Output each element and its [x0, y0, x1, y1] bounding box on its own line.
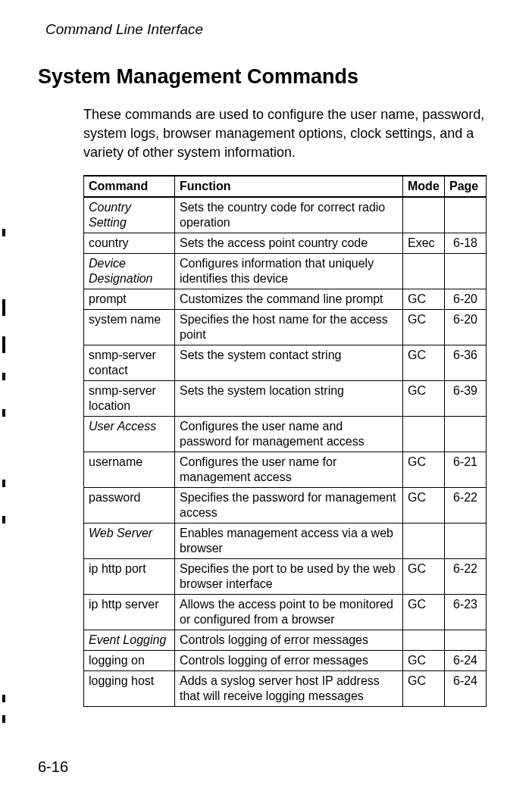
- change-bar: [2, 336, 5, 353]
- table-row: promptCustomizes the command line prompt…: [84, 289, 487, 309]
- cell-command: Device Designation: [84, 253, 175, 289]
- cell-function: Configures information that uniquely ide…: [175, 253, 403, 289]
- cell-mode: GC: [403, 345, 445, 380]
- table-row: ip http serverAllows the access point to…: [84, 594, 487, 630]
- cell-command: username: [84, 452, 175, 487]
- change-bar: [2, 299, 5, 316]
- cell-page: [445, 253, 487, 289]
- intro-paragraph: These commands are used to configure the…: [83, 105, 487, 163]
- cell-mode: GC: [403, 670, 445, 706]
- cell-page: [445, 197, 487, 233]
- cell-page: 6-36: [445, 345, 487, 380]
- table-row: countrySets the access point country cod…: [84, 233, 487, 253]
- cell-mode: GC: [403, 380, 445, 416]
- cell-mode: GC: [403, 650, 445, 670]
- change-bar: [2, 516, 5, 524]
- cell-function: Sets the country code for correct radio …: [175, 197, 403, 233]
- cell-mode: GC: [403, 289, 445, 309]
- cell-function: Adds a syslog server host IP address tha…: [175, 670, 403, 706]
- cell-mode: GC: [403, 487, 445, 523]
- cell-page: 6-22: [445, 558, 487, 594]
- cell-command: snmp-server contact: [84, 345, 175, 380]
- cell-function: Specifies the password for management ac…: [175, 487, 403, 523]
- change-bar: [2, 695, 5, 702]
- page-title: System Management Commands: [38, 65, 494, 89]
- cell-function: Controls logging of error messages: [175, 630, 403, 650]
- cell-command: password: [84, 487, 175, 523]
- cell-function: Specifies the host name for the access p…: [175, 309, 403, 345]
- cell-command: system name: [84, 309, 175, 345]
- cell-page: 6-24: [445, 650, 487, 670]
- cell-command: User Access: [84, 416, 175, 452]
- page-number: 6-16: [38, 758, 68, 776]
- cell-function: Controls logging of error messages: [175, 650, 403, 670]
- cell-mode: [403, 630, 445, 650]
- cell-command: prompt: [84, 289, 175, 309]
- cell-page: 6-23: [445, 594, 487, 630]
- cell-function: Configures the user name for management …: [175, 452, 403, 487]
- cell-function: Sets the system contact string: [175, 345, 403, 380]
- cell-function: Customizes the command line prompt: [175, 289, 403, 309]
- cell-command: logging on: [84, 650, 175, 670]
- cell-page: 6-21: [445, 452, 487, 487]
- table-row: Device DesignationConfigures information…: [84, 253, 487, 289]
- cell-command: Web Server: [84, 523, 175, 558]
- table-row: Web ServerEnables management access via …: [84, 523, 487, 558]
- table-row: User AccessConfigures the user name and …: [84, 416, 487, 452]
- cell-page: 6-24: [445, 670, 487, 706]
- cell-page: [445, 416, 487, 452]
- cell-mode: GC: [403, 558, 445, 594]
- cell-mode: GC: [403, 594, 445, 630]
- cell-function: Specifies the port to be used by the web…: [175, 558, 403, 594]
- cell-function: Configures the user name and password fo…: [175, 416, 403, 452]
- cell-mode: [403, 523, 445, 558]
- col-header-mode: Mode: [403, 176, 445, 197]
- col-header-command: Command: [84, 176, 175, 197]
- table-row: logging hostAdds a syslog server host IP…: [84, 670, 487, 706]
- cell-command: snmp-server location: [84, 380, 175, 416]
- cell-page: 6-20: [445, 289, 487, 309]
- cell-command: Country Setting: [84, 197, 175, 233]
- cell-page: 6-20: [445, 309, 487, 345]
- col-header-page: Page: [445, 176, 487, 197]
- table-header-row: Command Function Mode Page: [84, 176, 487, 197]
- cell-command: logging host: [84, 670, 175, 706]
- table-row: snmp-server contactSets the system conta…: [84, 345, 487, 380]
- cell-mode: [403, 416, 445, 452]
- table-row: Event LoggingControls logging of error m…: [84, 630, 487, 650]
- change-bar: [2, 480, 5, 487]
- cell-mode: [403, 253, 445, 289]
- cell-mode: GC: [403, 309, 445, 345]
- commands-table: Command Function Mode Page Country Setti…: [83, 175, 487, 707]
- cell-function: Sets the access point country code: [175, 233, 403, 253]
- table-row: Country SettingSets the country code for…: [84, 197, 487, 233]
- cell-mode: [403, 197, 445, 233]
- change-bar: [2, 409, 5, 417]
- cell-command: ip http port: [84, 558, 175, 594]
- cell-command: Event Logging: [84, 630, 175, 650]
- running-header: Command Line Interface: [45, 21, 494, 38]
- cell-function: Enables management access via a web brow…: [175, 523, 403, 558]
- change-bar: [2, 229, 5, 236]
- cell-page: [445, 523, 487, 558]
- change-bar: [2, 373, 5, 380]
- table-row: logging onControls logging of error mess…: [84, 650, 487, 670]
- cell-command: ip http server: [84, 594, 175, 630]
- table-row: system nameSpecifies the host name for t…: [84, 309, 487, 345]
- change-bar: [2, 715, 5, 723]
- cell-function: Sets the system location string: [175, 380, 403, 416]
- cell-page: 6-18: [445, 233, 487, 253]
- cell-mode: GC: [403, 452, 445, 487]
- table-row: usernameConfigures the user name for man…: [84, 452, 487, 487]
- table-row: snmp-server locationSets the system loca…: [84, 380, 487, 416]
- col-header-function: Function: [175, 176, 403, 197]
- cell-command: country: [84, 233, 175, 253]
- table-row: passwordSpecifies the password for manag…: [84, 487, 487, 523]
- cell-function: Allows the access point to be monitored …: [175, 594, 403, 630]
- cell-mode: Exec: [403, 233, 445, 253]
- cell-page: [445, 630, 487, 650]
- table-row: ip http portSpecifies the port to be use…: [84, 558, 487, 594]
- change-bars: [0, 0, 9, 797]
- cell-page: 6-22: [445, 487, 487, 523]
- cell-page: 6-39: [445, 380, 487, 416]
